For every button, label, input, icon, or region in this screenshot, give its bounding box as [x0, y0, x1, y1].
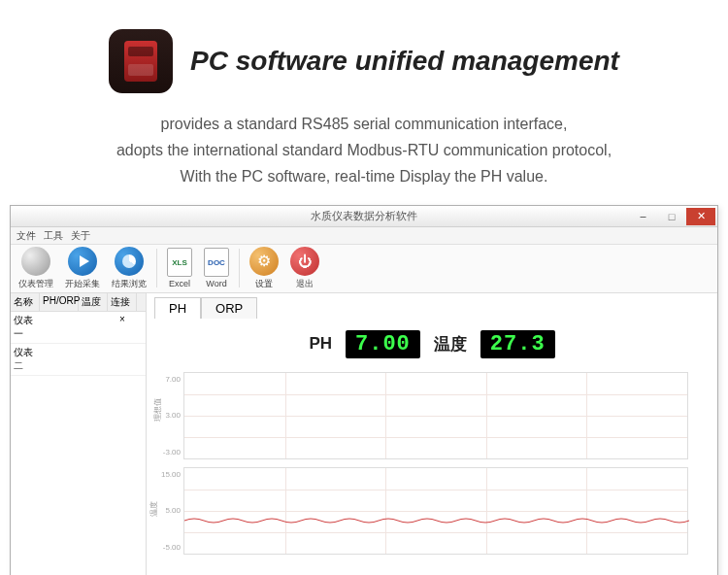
exit-icon: ⏻ — [290, 247, 319, 276]
app-window: 水质仪表数据分析软件 ‒ □ ✕ 文件 工具 关于 仪表管理 开始采集 结果浏览… — [10, 205, 718, 575]
instrument-manage-button[interactable]: 仪表管理 — [15, 245, 57, 292]
col-temp[interactable]: 温度 — [79, 293, 108, 311]
chart-icon — [115, 247, 144, 276]
window-title: 水质仪表数据分析软件 — [311, 209, 417, 223]
window-maximize-button[interactable]: □ — [657, 208, 686, 225]
temp-chart: 温度 15.00 5.00 -5.00 — [183, 467, 688, 555]
settings-icon: ⚙ — [249, 247, 279, 276]
cell-name: 仪表二 — [11, 344, 40, 375]
menu-about[interactable]: 关于 — [71, 229, 90, 242]
temp-line — [184, 515, 689, 526]
exit-button[interactable]: ⏻ 退出 — [286, 245, 323, 292]
toolbar: 仪表管理 开始采集 结果浏览 XLS Excel DOC Word ⚙ 设置 ⏻… — [11, 245, 717, 293]
cell-name: 仪表一 — [11, 312, 40, 343]
window-close-button[interactable]: ✕ — [686, 208, 715, 225]
list-item[interactable]: 仪表二 — [11, 344, 146, 376]
tab-ph[interactable]: PH — [154, 297, 201, 319]
desc-line-2: adopts the international standard Modbus… — [19, 137, 709, 163]
temp-value: 27.3 — [480, 330, 555, 358]
page-title: PC software unified management — [190, 46, 619, 77]
tool-label: Word — [206, 279, 226, 288]
tab-orp[interactable]: ORP — [201, 297, 257, 319]
ph-value: 7.00 — [346, 330, 420, 358]
export-excel-button[interactable]: XLS Excel — [163, 246, 196, 290]
col-conn[interactable]: 连接 — [108, 293, 137, 311]
word-icon: DOC — [204, 248, 229, 277]
cell-conn: × — [108, 312, 137, 343]
ph-chart: 理想值 7.00 3.00 -3.00 — [183, 372, 688, 459]
main-panel: PH ORP PH 7.00 温度 27.3 理想值 7.00 3.00 -3.… — [147, 293, 717, 575]
tool-label: 设置 — [255, 278, 273, 290]
menu-file[interactable]: 文件 — [17, 229, 36, 242]
tool-label: Excel — [169, 279, 190, 288]
app-icon — [109, 29, 173, 93]
list-header: 名称 PH/ORP 温度 连接 — [11, 293, 146, 312]
ph-label: PH — [309, 334, 332, 354]
gear-icon — [21, 247, 50, 276]
settings-button[interactable]: ⚙ 设置 — [246, 245, 282, 292]
result-view-button[interactable]: 结果浏览 — [108, 245, 150, 292]
start-collect-button[interactable]: 开始采集 — [61, 245, 104, 292]
menubar: 文件 工具 关于 — [11, 227, 717, 245]
temp-label: 温度 — [434, 333, 467, 355]
desc-line-3: With the PC software, real-time Display … — [19, 163, 709, 189]
desc-line-1: provides a standard RS485 serial communi… — [19, 111, 709, 137]
col-phorp[interactable]: PH/ORP — [40, 293, 79, 311]
window-minimize-button[interactable]: ‒ — [628, 208, 657, 225]
col-name[interactable]: 名称 — [11, 293, 40, 311]
list-item[interactable]: 仪表一 × — [11, 312, 146, 344]
tool-label: 仪表管理 — [18, 278, 53, 290]
excel-icon: XLS — [167, 248, 192, 277]
instrument-list: 名称 PH/ORP 温度 连接 仪表一 × 仪表二 — [11, 293, 147, 575]
tool-label: 结果浏览 — [112, 278, 147, 290]
y-axis-ticks: 15.00 5.00 -5.00 — [157, 468, 182, 554]
y-axis-ticks: 7.00 3.00 -3.00 — [157, 373, 182, 458]
separator — [239, 249, 240, 288]
window-titlebar[interactable]: 水质仪表数据分析软件 ‒ □ ✕ — [11, 206, 717, 227]
tool-label: 退出 — [296, 278, 314, 290]
play-icon — [68, 247, 97, 276]
menu-tools[interactable]: 工具 — [44, 229, 63, 242]
separator — [156, 249, 157, 288]
tool-label: 开始采集 — [65, 278, 100, 290]
export-word-button[interactable]: DOC Word — [200, 246, 233, 290]
